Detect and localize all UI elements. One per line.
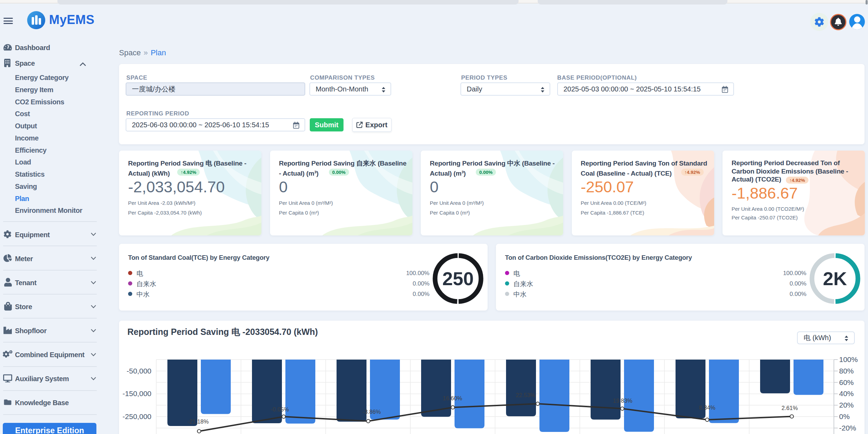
svg-text:16.60%: 16.60% <box>443 395 462 401</box>
svg-text:8.34%: 8.34% <box>699 404 716 411</box>
svg-text:60%: 60% <box>839 378 854 386</box>
svg-text:-50,000: -50,000 <box>127 367 151 375</box>
svg-text:2K: 2K <box>823 268 847 289</box>
svg-text:-0.05%: -0.05% <box>271 406 289 412</box>
svg-text:250: 250 <box>442 268 474 289</box>
svg-text:20%: 20% <box>839 401 854 409</box>
svg-text:80%: 80% <box>839 367 854 375</box>
svg-text:-150,000: -150,000 <box>123 389 151 397</box>
svg-text:100%: 100% <box>839 355 858 363</box>
svg-text:-3.86%: -3.86% <box>363 409 381 415</box>
svg-text:0%: 0% <box>839 412 850 420</box>
svg-text:-21.18%: -21.18% <box>187 418 209 425</box>
svg-text:19.83%: 19.83% <box>613 397 632 404</box>
svg-text:2.61%: 2.61% <box>782 405 798 411</box>
svg-text:-20%: -20% <box>839 424 856 432</box>
svg-text:22.53%: 22.53% <box>516 392 535 398</box>
svg-text:40%: 40% <box>839 389 854 397</box>
svg-text:-250,000: -250,000 <box>123 412 151 420</box>
